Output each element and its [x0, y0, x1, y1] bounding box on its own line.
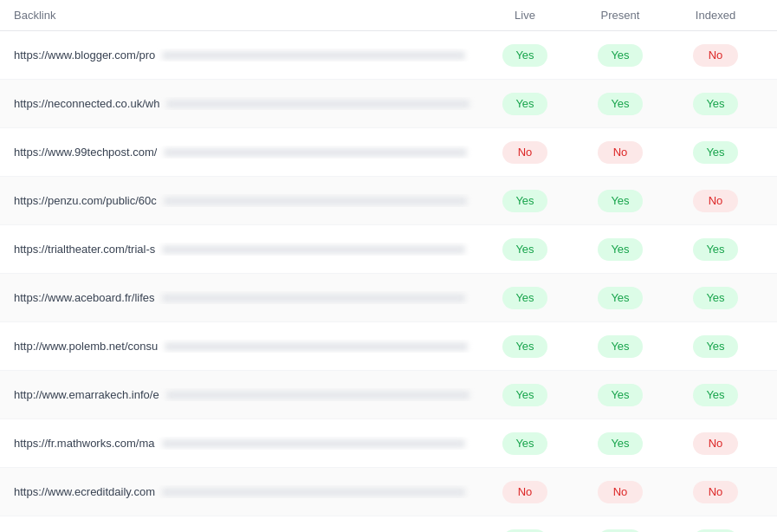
indexed-cell: Yes — [668, 529, 763, 533]
backlink-cell: http://www.polemb.net/consu — [14, 340, 477, 353]
url-text: http://www.emarrakech.info/e — [14, 388, 159, 401]
live-cell: Yes — [477, 93, 573, 115]
url-text: https://www.aceboard.fr/lifes — [14, 291, 155, 304]
indexed-cell: Yes — [668, 384, 763, 406]
live-cell: Yes — [477, 335, 573, 358]
url-text: https://fr.mathworks.com/ma — [14, 437, 155, 450]
table-row: http://www.emarrakech.info/eYesYesYes — [0, 371, 777, 419]
live-badge: No — [502, 141, 547, 164]
indexed-badge: No — [693, 432, 738, 455]
table-row: https://www.ecreditdaily.comNoNoNo — [0, 468, 777, 516]
indexed-column-header: Indexed — [668, 9, 763, 22]
live-cell: Yes — [477, 432, 573, 455]
table-row: https://fr.mathworks.com/maYesYesNo — [0, 419, 777, 468]
live-cell: No — [477, 141, 573, 164]
live-badge: Yes — [502, 384, 547, 406]
backlink-column-header: Backlink — [14, 9, 477, 22]
live-badge: Yes — [502, 335, 547, 358]
backlink-cell: https://fr.mathworks.com/ma — [14, 437, 477, 450]
url-blur-mask — [164, 197, 467, 205]
table-row: https://www.aceboard.fr/lifesYesYesYes — [0, 274, 777, 322]
url-text: https://trialtheater.com/trial-s — [14, 243, 155, 256]
backlink-cell: https://neconnected.co.uk/wh — [14, 97, 477, 110]
live-badge: Yes — [502, 190, 547, 212]
url-blur-mask — [162, 294, 465, 302]
url-blur-mask — [162, 488, 465, 496]
indexed-badge: No — [693, 481, 738, 503]
present-badge: Yes — [598, 190, 643, 212]
url-blur-mask — [162, 245, 465, 254]
present-cell: Yes — [573, 44, 668, 67]
url-blur-mask — [164, 148, 467, 157]
live-cell: Yes — [477, 44, 573, 67]
indexed-cell: No — [668, 432, 763, 455]
backlink-cell: https://trialtheater.com/trial-s — [14, 243, 477, 256]
url-text: https://www.99techpost.com/ — [14, 146, 157, 159]
url-text: https://penzu.com/public/60c — [14, 194, 157, 207]
live-cell: Yes — [477, 287, 573, 309]
indexed-cell: No — [668, 44, 763, 67]
present-cell: Yes — [573, 384, 668, 406]
present-badge: Yes — [598, 529, 643, 533]
live-badge: Yes — [502, 287, 547, 309]
indexed-cell: Yes — [668, 238, 763, 261]
indexed-badge: Yes — [693, 141, 738, 164]
present-badge: Yes — [598, 287, 643, 309]
present-cell: Yes — [573, 529, 668, 533]
url-text: https://www.ecreditdaily.com — [14, 485, 155, 498]
live-badge: Yes — [502, 44, 547, 67]
live-badge: Yes — [502, 238, 547, 261]
present-cell: Yes — [573, 238, 668, 261]
backlink-cell: http://www.emarrakech.info/e — [14, 388, 477, 401]
present-column-header: Present — [573, 9, 668, 22]
live-badge: Yes — [502, 529, 547, 533]
backlink-cell: https://www.ecreditdaily.com — [14, 485, 477, 498]
backlinks-table: Backlink Live Present Indexed https://ww… — [0, 0, 777, 532]
present-cell: No — [573, 141, 668, 164]
table-row: http://thenewfamily.com/201YesYesYes — [0, 516, 777, 532]
indexed-cell: Yes — [668, 335, 763, 358]
live-cell: Yes — [477, 384, 573, 406]
table-row: https://penzu.com/public/60cYesYesNo — [0, 177, 777, 225]
url-text: https://neconnected.co.uk/wh — [14, 97, 159, 110]
present-cell: Yes — [573, 335, 668, 358]
table-header: Backlink Live Present Indexed — [0, 0, 777, 31]
indexed-cell: Yes — [668, 287, 763, 309]
indexed-badge: Yes — [693, 238, 738, 261]
url-blur-mask — [162, 439, 465, 448]
table-row: https://trialtheater.com/trial-sYesYesYe… — [0, 225, 777, 274]
backlink-cell: https://www.99techpost.com/ — [14, 146, 477, 159]
backlink-cell: https://www.blogger.com/pro — [14, 49, 477, 62]
present-badge: Yes — [598, 335, 643, 358]
live-column-header: Live — [477, 9, 573, 22]
indexed-cell: No — [668, 481, 763, 503]
live-badge: No — [502, 481, 547, 503]
indexed-badge: Yes — [693, 287, 738, 309]
present-badge: No — [598, 141, 643, 164]
live-cell: Yes — [477, 529, 573, 533]
backlink-cell: https://www.aceboard.fr/lifes — [14, 291, 477, 304]
present-badge: Yes — [598, 238, 643, 261]
present-cell: Yes — [573, 190, 668, 212]
live-cell: Yes — [477, 190, 573, 212]
present-badge: No — [598, 481, 643, 503]
indexed-badge: Yes — [693, 335, 738, 358]
url-blur-mask — [162, 51, 465, 60]
indexed-badge: Yes — [693, 384, 738, 406]
table-row: http://www.polemb.net/consuYesYesYes — [0, 322, 777, 371]
table-row: https://neconnected.co.uk/whYesYesYes — [0, 80, 777, 128]
indexed-badge: No — [693, 44, 738, 67]
live-badge: Yes — [502, 432, 547, 455]
url-blur-mask — [166, 100, 469, 108]
live-cell: No — [477, 481, 573, 503]
table-body: https://www.blogger.com/proYesYesNohttps… — [0, 31, 777, 532]
url-blur-mask — [166, 391, 469, 399]
url-text: http://www.polemb.net/consu — [14, 340, 158, 353]
table-row: https://www.99techpost.com/NoNoYes — [0, 128, 777, 177]
present-badge: Yes — [598, 432, 643, 455]
indexed-cell: Yes — [668, 141, 763, 164]
live-badge: Yes — [502, 93, 547, 115]
url-text: https://www.blogger.com/pro — [14, 49, 155, 62]
indexed-badge: No — [693, 190, 738, 212]
present-badge: Yes — [598, 44, 643, 67]
